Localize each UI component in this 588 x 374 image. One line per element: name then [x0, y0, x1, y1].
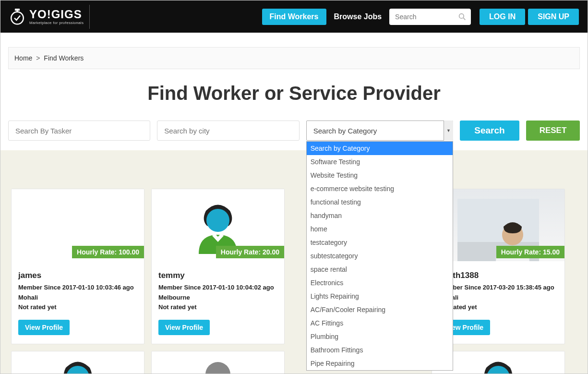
category-option[interactable]: space rental	[307, 263, 453, 276]
chevron-down-icon[interactable]: ▼	[444, 121, 453, 141]
signup-button[interactable]: SIGN UP	[528, 9, 579, 25]
search-tasker-input[interactable]	[8, 121, 150, 141]
hourly-rate-badge: Hourly Rate: 100.00	[72, 246, 144, 258]
svg-point-10	[205, 362, 230, 374]
category-select-wrapper: Search by Category ▼ Search by CategoryS…	[306, 121, 453, 141]
worker-city: Melbourne	[158, 293, 277, 302]
category-option[interactable]: Electronics	[307, 276, 453, 290]
worker-name: temmy	[158, 271, 277, 280]
svg-point-2	[11, 12, 24, 24]
category-option[interactable]: e-commerce website testing	[307, 182, 453, 195]
worker-rating: Not rated yet	[158, 303, 277, 312]
category-dropdown: Search by CategorySoftware TestingWebsit…	[306, 141, 453, 371]
worker-member-since: Member Since 2017-01-10 10:04:02 ago	[158, 283, 277, 292]
worker-member-since: Member Since 2017-03-20 15:38:45 ago	[439, 283, 558, 292]
category-option[interactable]: testcategory	[307, 236, 453, 249]
stopwatch-check-icon	[9, 9, 25, 25]
breadcrumb-home[interactable]: Home	[14, 54, 32, 62]
category-option[interactable]: Pipe Repairing	[307, 357, 453, 370]
site-logo[interactable]: YO!GIGS Marketplace for professionals	[9, 5, 90, 29]
search-city-input[interactable]	[157, 121, 299, 141]
category-option[interactable]: subtestcategory	[307, 249, 453, 263]
category-select[interactable]: Search by Category	[306, 121, 453, 141]
hourly-rate-badge: Hourly Rate: 15.00	[496, 246, 564, 258]
svg-point-5	[206, 209, 229, 232]
login-button[interactable]: LOG IN	[480, 9, 525, 25]
hourly-rate-badge: Hourly Rate: 20.00	[216, 246, 284, 258]
logo-text-main: YO!GIGS	[29, 9, 84, 20]
nav-browse-jobs[interactable]: Browse Jobs	[326, 9, 390, 25]
worker-results-grid: Hourly Rate: 100.00jamesMember Since 201…	[0, 150, 588, 374]
category-option[interactable]: functional testing	[307, 195, 453, 209]
category-dropdown-list[interactable]: Search by CategorySoftware TestingWebsit…	[307, 142, 453, 370]
category-option[interactable]: Search by Category	[307, 142, 453, 155]
breadcrumb-separator: >	[36, 54, 40, 62]
worker-avatar	[12, 351, 144, 374]
search-icon	[458, 13, 466, 21]
worker-rating: Not rated yet	[18, 303, 137, 312]
filter-row: Search by Category ▼ Search by CategoryS…	[0, 121, 588, 152]
page-title: Find Worker or Service Provider	[0, 83, 588, 104]
category-option[interactable]: AC/Fan/Cooler Repairing	[307, 303, 453, 316]
logo-text-sub: Marketplace for professionals	[29, 21, 84, 25]
category-select-label: Search by Category	[313, 127, 377, 135]
search-button[interactable]: Search	[460, 121, 519, 141]
worker-member-since: Member Since 2017-01-10 10:03:46 ago	[18, 283, 137, 292]
worker-name: james	[18, 271, 137, 280]
worker-name: smith1388	[439, 271, 558, 280]
category-option[interactable]: Plumbing	[307, 330, 453, 343]
global-search-wrapper	[389, 9, 471, 25]
worker-card: Hourly Rate: 100.00jamesMember Since 201…	[11, 189, 144, 344]
svg-rect-6	[457, 199, 539, 242]
category-option[interactable]: Website Testing	[307, 169, 453, 182]
worker-avatar	[152, 351, 284, 374]
category-option[interactable]: handyman	[307, 209, 453, 222]
worker-card: Hourly Rate: 20.00temmyMember Since 2017…	[151, 189, 285, 344]
nav-find-workers[interactable]: Find Workers	[262, 9, 326, 25]
view-profile-button[interactable]: View Profile	[158, 320, 210, 335]
worker-card	[151, 351, 285, 374]
category-option[interactable]: Lights Repairing	[307, 290, 453, 303]
worker-city: Mohali	[439, 293, 558, 302]
breadcrumb: Home > Find Workers	[8, 47, 580, 69]
category-option[interactable]: home	[307, 222, 453, 236]
worker-card	[11, 351, 144, 374]
svg-point-3	[459, 13, 464, 18]
svg-line-4	[463, 18, 465, 20]
reset-button[interactable]: RESET	[526, 121, 580, 141]
view-profile-button[interactable]: View Profile	[18, 320, 70, 335]
category-option[interactable]: Software Testing	[307, 155, 453, 169]
worker-rating: Not rated yet	[439, 303, 558, 312]
worker-city: Mohali	[18, 293, 137, 302]
category-option[interactable]: Bathroom Fittings	[307, 343, 453, 357]
top-navigation-bar: YO!GIGS Marketplace for professionals Fi…	[0, 0, 588, 33]
breadcrumb-current: Find Workers	[44, 54, 84, 62]
category-option[interactable]: AC Fittings	[307, 316, 453, 330]
